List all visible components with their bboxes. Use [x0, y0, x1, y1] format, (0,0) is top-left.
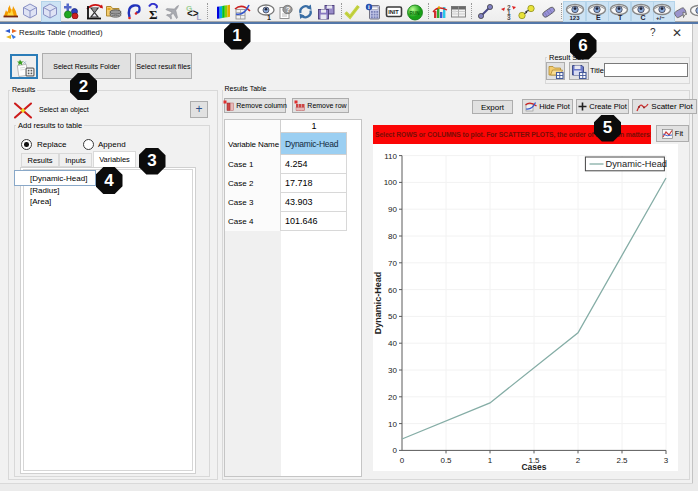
- svg-text:60: 60: [388, 286, 397, 295]
- svg-text:123: 123: [570, 15, 581, 21]
- svg-text:L: L: [197, 13, 202, 21]
- svg-text:T: T: [618, 14, 623, 21]
- svg-text:2.5: 2.5: [616, 456, 628, 465]
- svg-text:C: C: [641, 14, 646, 21]
- svg-text:Dynamic-Head: Dynamic-Head: [373, 272, 383, 335]
- svg-text:10: 10: [388, 420, 397, 429]
- svg-text:90: 90: [388, 205, 397, 214]
- svg-text:80: 80: [388, 232, 397, 241]
- svg-text:1: 1: [267, 14, 271, 21]
- svg-text:+/−: +/−: [656, 15, 665, 21]
- svg-text:2: 2: [576, 456, 581, 465]
- svg-text:50: 50: [388, 312, 397, 321]
- svg-text:3: 3: [507, 14, 511, 20]
- svg-text:0: 0: [400, 456, 405, 465]
- svg-text:0.5: 0.5: [440, 456, 452, 465]
- svg-text:3: 3: [664, 456, 669, 465]
- svg-text:110: 110: [384, 152, 397, 161]
- svg-text:0: 0: [393, 446, 398, 455]
- svg-text:?: ?: [286, 5, 291, 14]
- svg-text:INIT: INIT: [388, 9, 399, 15]
- svg-text:40: 40: [388, 339, 397, 348]
- svg-text:1: 1: [488, 456, 493, 465]
- svg-text:Dynamic-Head: Dynamic-Head: [606, 159, 667, 169]
- svg-text:Cases: Cases: [521, 462, 546, 471]
- svg-text:20: 20: [388, 393, 397, 402]
- svg-text:70: 70: [388, 259, 397, 268]
- svg-text:E: E: [596, 14, 601, 21]
- svg-text:RUN: RUN: [410, 11, 421, 16]
- svg-text:Σ: Σ: [149, 7, 158, 20]
- svg-text:30: 30: [388, 366, 397, 375]
- svg-text:100: 100: [384, 178, 398, 187]
